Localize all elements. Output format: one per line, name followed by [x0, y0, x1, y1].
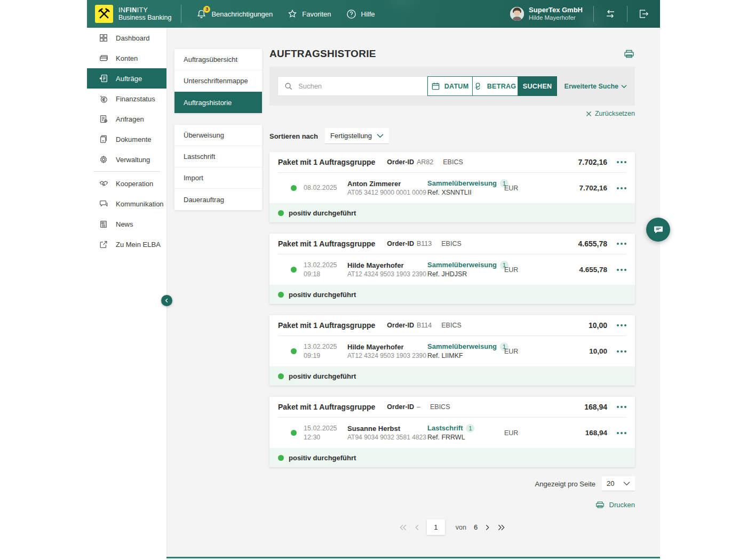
- advanced-search-toggle[interactable]: Erweiterte Suche: [565, 83, 627, 90]
- order-row[interactable]: 08.02.2025 Anton Zimmerer AT05 3412 9000…: [269, 173, 635, 203]
- user-menu[interactable]: SuperTex GmbH Hilde Mayerhofer: [510, 6, 583, 21]
- per-page-select[interactable]: 20: [602, 476, 635, 491]
- row-actions-button[interactable]: [617, 350, 626, 353]
- subnav-item-dauerauftrag[interactable]: Dauerauftrag: [174, 189, 262, 210]
- datum-filter-button[interactable]: DATUM: [427, 76, 473, 96]
- next-page-button[interactable]: [485, 524, 490, 531]
- subnav-item-auftragsuebersicht[interactable]: Auftragsübersicht: [174, 49, 262, 70]
- order-package-card[interactable]: Paket mit 1 Auftragsgruppe Order-ID B114…: [269, 315, 635, 386]
- chevron-down-icon: [623, 481, 630, 486]
- sidebar-item-verwaltung[interactable]: Verwaltung: [87, 149, 166, 170]
- last-page-button[interactable]: [497, 524, 505, 531]
- feedback-chat-button[interactable]: [646, 218, 670, 242]
- help-button[interactable]: Hilfe: [346, 9, 375, 19]
- sidebar-item-news[interactable]: News: [87, 214, 166, 234]
- subnav-item-unterschriftenmappe[interactable]: Unterschriftenmappe: [174, 70, 262, 92]
- order-row[interactable]: 15.02.2025 12:30 Susanne Herbst AT94 903…: [269, 418, 635, 448]
- row-actions-button[interactable]: [617, 432, 626, 434]
- switch-user-button[interactable]: [605, 9, 616, 19]
- speech-bubble-icon: [653, 225, 664, 235]
- order-package-card[interactable]: Paket mit 1 Auftragsgruppe Order-ID B113…: [269, 234, 635, 304]
- notifications-button[interactable]: 3 Benachrichtigungen: [196, 9, 273, 19]
- subnav-item-lastschrift[interactable]: Lastschrift: [174, 146, 262, 167]
- reset-filters-link[interactable]: Zurücksetzen: [586, 110, 635, 117]
- first-page-button[interactable]: [399, 524, 407, 531]
- order-type-link[interactable]: Sammelüberweisung: [427, 260, 497, 270]
- current-page-box[interactable]: 1: [427, 519, 445, 535]
- prev-page-button[interactable]: [415, 524, 419, 531]
- sidebar-item-kommunikation[interactable]: Kommunikation: [87, 194, 166, 214]
- pagination: 1 von 6: [269, 519, 635, 535]
- search-field[interactable]: [277, 76, 427, 96]
- card-status-footer: positiv durchgeführt: [269, 285, 635, 304]
- card-actions-button[interactable]: [617, 406, 626, 408]
- newspaper-icon: [98, 219, 109, 229]
- package-title: Paket mit 1 Auftragsgruppe: [278, 403, 375, 411]
- sidebar-item-konten[interactable]: Konten: [87, 48, 166, 68]
- order-id-label: Order-ID: [387, 322, 414, 329]
- sidebar-item-zu-mein-elba[interactable]: Zu Mein ELBA: [87, 234, 166, 254]
- subnav-item-import[interactable]: Import: [174, 167, 262, 189]
- order-type-link[interactable]: Lastschrift: [427, 423, 463, 433]
- notifications-label: Benachrichtigungen: [211, 10, 273, 18]
- sidebar-collapse-button[interactable]: [161, 295, 172, 306]
- favorites-button[interactable]: Favoriten: [288, 9, 331, 19]
- sidebar-item-dokumente[interactable]: Dokumente: [87, 129, 166, 149]
- package-amount: 7.702,16: [578, 158, 608, 166]
- sidebar-item-auftraege[interactable]: Aufträge: [87, 68, 166, 89]
- bottom-accent-bar: [87, 557, 660, 558]
- sidebar-item-label: Verwaltung: [116, 156, 150, 164]
- sort-select[interactable]: Fertigstellung: [325, 128, 389, 144]
- orders-document-icon: [98, 73, 109, 84]
- sidebar-item-label: Finanzstatus: [116, 95, 155, 103]
- row-actions-button[interactable]: [617, 269, 626, 271]
- order-currency: EUR: [504, 185, 526, 192]
- sidebar-item-anfragen[interactable]: Anfragen: [87, 109, 166, 129]
- gable-cross-icon: [98, 7, 110, 20]
- card-actions-button[interactable]: [617, 243, 626, 245]
- card-actions-button[interactable]: [617, 324, 626, 326]
- sidebar-item-finanzstatus[interactable]: Finanzstatus: [87, 89, 166, 109]
- order-party: Susanne Herbst AT94 9034 9032 3581 4823: [347, 424, 426, 442]
- party-name: Hilde Mayerhofer: [347, 342, 426, 352]
- order-row[interactable]: 13.02.2025 09:19 Hilde Mayerhofer AT12 4…: [269, 336, 635, 366]
- betrag-filter-button[interactable]: BETRAG: [473, 76, 518, 96]
- order-currency: EUR: [504, 429, 526, 437]
- gear-icon: [98, 154, 109, 165]
- order-id-label: Order-ID: [387, 403, 414, 411]
- advanced-search-label: Erweiterte Suche: [565, 83, 618, 90]
- order-id-value: B114: [417, 322, 432, 329]
- subnav-item-auftragshistorie[interactable]: Auftragshistorie: [174, 92, 262, 113]
- status-text: positiv durchgeführt: [289, 372, 356, 380]
- per-page-label: Angezeigt pro Seite: [535, 480, 595, 488]
- order-package-card[interactable]: Paket mit 1 Auftragsgruppe Order-ID – EB…: [269, 397, 635, 467]
- cards-list: Paket mit 1 Auftragsgruppe Order-ID AR82…: [269, 152, 635, 478]
- print-list-label: Drucken: [609, 501, 635, 509]
- suchen-button[interactable]: SUCHEN: [518, 76, 557, 96]
- raiffeisen-logo[interactable]: [95, 5, 113, 23]
- card-actions-button[interactable]: [617, 161, 626, 163]
- sidebar-item-dashboard[interactable]: Dashboard: [87, 28, 166, 48]
- print-page-button[interactable]: [623, 49, 635, 59]
- search-icon: [284, 82, 293, 91]
- party-iban: AT12 4324 9503 1903 2390: [347, 351, 426, 360]
- subnav-item-ueberweisung[interactable]: Überweisung: [174, 125, 262, 146]
- order-type-link[interactable]: Sammelüberweisung: [427, 342, 497, 351]
- search-input[interactable]: [298, 82, 420, 90]
- row-actions-button[interactable]: [617, 187, 626, 189]
- print-list-button[interactable]: Drucken: [595, 500, 635, 509]
- order-package-card[interactable]: Paket mit 1 Auftragsgruppe Order-ID AR82…: [269, 152, 635, 222]
- logout-button[interactable]: [638, 9, 649, 19]
- calendar-icon: [431, 82, 440, 91]
- sidebar-item-kooperation[interactable]: Kooperation: [87, 173, 166, 194]
- order-date: 13.02.2025: [304, 342, 342, 351]
- order-row[interactable]: 13.02.2025 09:18 Hilde Mayerhofer AT12 4…: [269, 254, 635, 285]
- logout-icon: [638, 9, 649, 19]
- order-party: Hilde Mayerhofer AT12 4324 9503 1903 239…: [347, 261, 426, 279]
- order-id-value: –: [417, 403, 420, 411]
- page-title: AUFTRAGSHISTORIE: [269, 48, 376, 60]
- order-amount: 168,94: [585, 429, 607, 437]
- order-type-link[interactable]: Sammelüberweisung: [427, 179, 497, 188]
- subnav-label: Überweisung: [184, 131, 224, 139]
- channel-label: EBICS: [443, 158, 463, 166]
